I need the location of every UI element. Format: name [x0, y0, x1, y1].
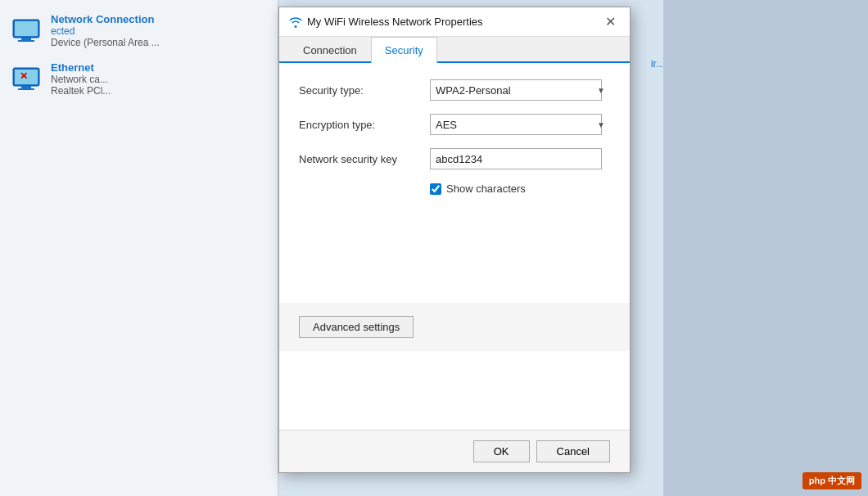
- show-characters-label[interactable]: Show characters: [446, 183, 526, 195]
- network-key-input[interactable]: [430, 148, 602, 169]
- security-type-select-wrapper: WPA2-Personal WPA-Personal WPA2-Enterpri…: [430, 79, 610, 101]
- network-status: Network ca...: [51, 74, 268, 85]
- encryption-type-control: AES TKIP ▼: [430, 114, 610, 135]
- network-info: Ethernet Network ca... Realtek PCl...: [51, 61, 268, 97]
- dialog-titlebar: My WiFi Wireless Network Properties ✕: [279, 7, 630, 37]
- tab-security[interactable]: Security: [371, 37, 437, 63]
- show-characters-row: Show characters: [430, 183, 610, 195]
- encryption-type-label: Encryption type:: [299, 119, 430, 131]
- svg-text:✕: ✕: [20, 70, 28, 82]
- tab-connection[interactable]: Connection: [289, 37, 371, 63]
- network-key-control: [430, 148, 610, 169]
- dialog-title-text: My WiFi Wireless Network Properties: [307, 16, 483, 28]
- content-spacer: [279, 351, 630, 430]
- network-key-label: Network security key: [299, 153, 430, 165]
- left-panel: Network Connection ected Device (Persona…: [0, 0, 278, 496]
- network-name: Network Connection: [51, 13, 268, 25]
- dialog-footer: OK Cancel: [279, 430, 630, 472]
- security-type-label: Security type:: [299, 84, 430, 97]
- network-detail: Realtek PCl...: [51, 85, 268, 97]
- security-type-row: Security type: WPA2-Personal WPA-Persona…: [299, 79, 610, 101]
- close-button[interactable]: ✕: [600, 12, 620, 32]
- svg-rect-3: [18, 40, 34, 42]
- ok-button[interactable]: OK: [473, 440, 530, 462]
- dialog-window: My WiFi Wireless Network Properties ✕ Co…: [278, 7, 631, 473]
- computer-icon: [10, 18, 43, 44]
- svg-rect-6: [21, 86, 31, 88]
- svg-rect-2: [21, 38, 31, 40]
- network-key-row: Network security key: [299, 148, 610, 169]
- security-type-select[interactable]: WPA2-Personal WPA-Personal WPA2-Enterpri…: [430, 79, 602, 101]
- right-panel: [663, 0, 868, 496]
- list-item[interactable]: Network Connection ected Device (Persona…: [7, 7, 271, 55]
- advanced-settings-area: Advanced settings: [279, 303, 630, 351]
- watermark: php 中文网: [802, 472, 861, 489]
- cancel-button[interactable]: Cancel: [536, 440, 610, 462]
- svg-rect-1: [15, 21, 38, 36]
- show-characters-checkbox[interactable]: [430, 183, 441, 195]
- security-type-control: WPA2-Personal WPA-Personal WPA2-Enterpri…: [430, 79, 610, 101]
- encryption-type-select-wrapper: AES TKIP ▼: [430, 114, 610, 135]
- dialog-content: Security type: WPA2-Personal WPA-Persona…: [279, 63, 630, 303]
- network-info: Network Connection ected Device (Persona…: [51, 13, 268, 48]
- svg-rect-7: [18, 88, 34, 90]
- ethernet-icon: ✕: [10, 66, 43, 92]
- advanced-settings-button[interactable]: Advanced settings: [299, 316, 414, 338]
- encryption-type-select[interactable]: AES TKIP: [430, 114, 602, 135]
- list-item[interactable]: ✕ Ethernet Network ca... Realtek PCl...: [7, 55, 271, 103]
- network-status: ected: [51, 25, 268, 37]
- wifi-icon: [289, 16, 302, 29]
- dialog-title-area: My WiFi Wireless Network Properties: [289, 16, 483, 29]
- network-detail: Device (Personal Area ...: [51, 37, 268, 48]
- tab-bar: Connection Security: [279, 37, 630, 63]
- network-name: Ethernet: [51, 61, 268, 74]
- encryption-type-row: Encryption type: AES TKIP ▼: [299, 114, 610, 135]
